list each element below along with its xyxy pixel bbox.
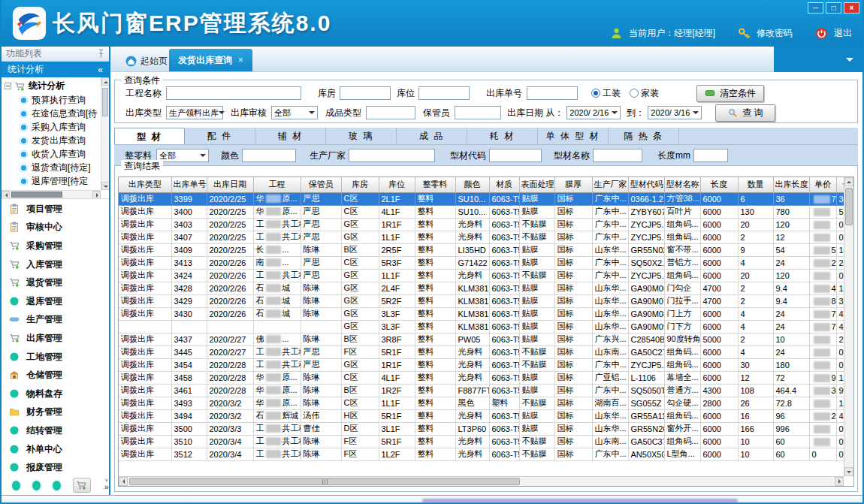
cell-surface[interactable]: 贴膜 bbox=[519, 307, 554, 320]
close-button[interactable]: × bbox=[844, 2, 859, 14]
profile-code-input[interactable] bbox=[489, 149, 542, 162]
cell-qty[interactable]: 9 bbox=[738, 243, 773, 256]
cell-name[interactable]: 幕墙全... bbox=[664, 371, 700, 384]
cell-type[interactable]: 调拨出库 bbox=[119, 409, 171, 422]
cell-keeper[interactable]: 严思 bbox=[301, 231, 341, 243]
close-icon[interactable] bbox=[238, 55, 243, 65]
cell-len[interactable]: 6000 bbox=[700, 409, 738, 422]
tree-horizontal-scrollbar[interactable] bbox=[2, 190, 101, 198]
tree-vertical-scrollbar[interactable] bbox=[101, 77, 109, 190]
cell-wh[interactable]: D区 bbox=[341, 422, 379, 435]
cell-proj[interactable]: 华原... bbox=[253, 397, 301, 409]
cell-proj[interactable]: 华原... bbox=[253, 384, 301, 397]
cell-len[interactable]: 6000 bbox=[700, 205, 738, 218]
cell-surface[interactable]: 贴膜 bbox=[519, 384, 554, 397]
cell-outlen[interactable]: 54 bbox=[773, 243, 809, 256]
cell-mfr[interactable]: 广东中... bbox=[592, 218, 628, 231]
cell-surface[interactable]: 贴膜 bbox=[519, 422, 554, 435]
cell-film[interactable]: 国标 bbox=[554, 307, 592, 320]
cell-proj[interactable]: 石城 bbox=[253, 307, 301, 320]
cell-date[interactable]: 2020/2/28 bbox=[207, 358, 253, 371]
cell-mat[interactable]: 6063-T5 bbox=[489, 358, 519, 371]
cell-date[interactable]: 2020/3/3 bbox=[207, 422, 253, 435]
cell-outlen[interactable]: 10 bbox=[773, 333, 809, 346]
cell-type[interactable]: 调拨出库 bbox=[119, 256, 171, 269]
cell-mfr[interactable]: 山东华... bbox=[592, 282, 628, 294]
out-audit-select[interactable]: 全部 bbox=[271, 106, 318, 119]
cell-loc[interactable]: 3L1F bbox=[379, 422, 415, 435]
cell-outlen[interactable]: 24 bbox=[773, 256, 809, 269]
cell-name[interactable]: 组角码... bbox=[664, 346, 700, 358]
cell-name[interactable]: 组角码... bbox=[664, 231, 700, 243]
column-header[interactable]: 数量 bbox=[738, 177, 773, 192]
cell-proj[interactable]: 工共工程 bbox=[253, 448, 301, 460]
cell-loc[interactable]: 5R2F bbox=[379, 294, 415, 307]
cell-loc[interactable]: 1L1F bbox=[379, 269, 415, 282]
cell-surface[interactable]: 贴膜 bbox=[519, 333, 554, 346]
logout-link[interactable]: 退出 bbox=[834, 27, 852, 40]
cell-whole[interactable]: 整料 bbox=[415, 448, 455, 460]
cell-no[interactable]: 3458 bbox=[171, 371, 207, 384]
cell-surface[interactable]: 贴膜 bbox=[519, 205, 554, 218]
cell-name[interactable]: L型角... bbox=[664, 448, 700, 460]
cell-wh[interactable]: B区 bbox=[341, 243, 379, 256]
cell-keeper[interactable]: 严思 bbox=[301, 256, 341, 269]
cell-date[interactable]: 2020/2/25 bbox=[207, 218, 253, 231]
cell-qty[interactable]: 4 bbox=[738, 320, 773, 333]
sidebar-module-item[interactable]: 采购管理 bbox=[2, 237, 109, 255]
maker-input[interactable] bbox=[349, 149, 435, 162]
cell-price[interactable] bbox=[809, 422, 836, 435]
cell-qty[interactable]: 10 bbox=[738, 448, 773, 460]
table-row[interactable]: G区3L3F整料KLM38176063-T5贴膜国标山东华...GA90M09.… bbox=[119, 320, 854, 333]
cell-outlen[interactable]: 9.4 bbox=[773, 294, 809, 307]
cell-outlen[interactable]: 464.4 bbox=[773, 384, 809, 397]
cell-mat[interactable]: 6063-T5 bbox=[489, 243, 519, 256]
cell-code[interactable]: GR55N02 bbox=[628, 243, 664, 256]
scroll-down-icon[interactable] bbox=[101, 182, 109, 190]
cell-outlen[interactable]: 60 bbox=[773, 435, 809, 448]
cell-outlen[interactable]: 24 bbox=[773, 346, 809, 358]
cell-qty[interactable]: 12 bbox=[738, 371, 773, 384]
cell-color[interactable]: 光身料 bbox=[455, 218, 489, 231]
cell-code[interactable]: SG055Z bbox=[628, 397, 664, 409]
cell-keeper[interactable]: 陈琳 bbox=[301, 294, 341, 307]
sidebar-module-item[interactable]: 审核中心 bbox=[2, 219, 109, 237]
cell-no[interactable]: 3399 bbox=[171, 192, 207, 205]
cell-code[interactable]: GA90M07... bbox=[628, 294, 664, 307]
cell-type[interactable]: 调拨出库 bbox=[119, 333, 171, 346]
cell-surface[interactable]: 不贴膜 bbox=[519, 358, 554, 371]
cell-type[interactable] bbox=[119, 320, 171, 333]
cell-no[interactable]: 3430 bbox=[171, 307, 207, 320]
cell-type[interactable]: 调拨出库 bbox=[119, 282, 171, 294]
table-row[interactable]: 调拨出库34452020/2/27工共工程严思F区5R1F整料光身料6063-T… bbox=[119, 346, 854, 358]
cell-type[interactable]: 调拨出库 bbox=[119, 294, 171, 307]
cell-color[interactable]: KLM3817 bbox=[455, 294, 489, 307]
date-to-picker[interactable]: 2020/ 3/16 bbox=[648, 106, 702, 119]
cell-mfr[interactable]: 广东中... bbox=[592, 384, 628, 397]
cell-whole[interactable]: 整料 bbox=[415, 192, 455, 205]
material-tab[interactable]: 辅 材 bbox=[255, 128, 326, 144]
cell-price[interactable]: 0 bbox=[809, 448, 836, 460]
cell-film[interactable]: 国标 bbox=[554, 435, 592, 448]
cell-color[interactable]: G71422 bbox=[455, 256, 489, 269]
cell-name[interactable]: 百叶片 bbox=[664, 205, 700, 218]
cell-type[interactable]: 调拨出库 bbox=[119, 269, 171, 282]
cell-price[interactable]: 2812 bbox=[809, 409, 836, 422]
cell-price[interactable] bbox=[809, 231, 836, 243]
cell-name[interactable]: 门拉手... bbox=[664, 294, 700, 307]
table-row[interactable]: 调拨出库34002020/2/25华原...严思C区4L1F整料SU10...6… bbox=[119, 205, 854, 218]
cell-price[interactable]: 306 bbox=[809, 384, 836, 397]
table-row[interactable]: 调拨出库34092020/2/25长...陈琳B区2R5F整料LI35HD606… bbox=[119, 243, 854, 256]
table-row[interactable]: 调拨出库34372020/2/27佛...陈琳B区3R8F整料PW056063-… bbox=[119, 333, 854, 346]
cell-proj[interactable]: 工共工程 bbox=[253, 435, 301, 448]
cell-color[interactable]: LT3P60 bbox=[455, 422, 489, 435]
material-tab[interactable]: 隔 热 条 bbox=[609, 128, 679, 144]
cell-price[interactable] bbox=[809, 358, 836, 371]
column-header[interactable]: 库房 bbox=[341, 177, 379, 192]
cell-mfr[interactable]: 广亚铝... bbox=[592, 371, 628, 384]
column-header[interactable]: 出库长度 bbox=[773, 177, 809, 192]
cell-code[interactable]: GA50C37 bbox=[628, 435, 664, 448]
cell-wh[interactable]: G区 bbox=[341, 269, 379, 282]
cell-outlen[interactable]: 780 bbox=[773, 205, 809, 218]
cell-surface[interactable]: 贴膜 bbox=[519, 409, 554, 422]
